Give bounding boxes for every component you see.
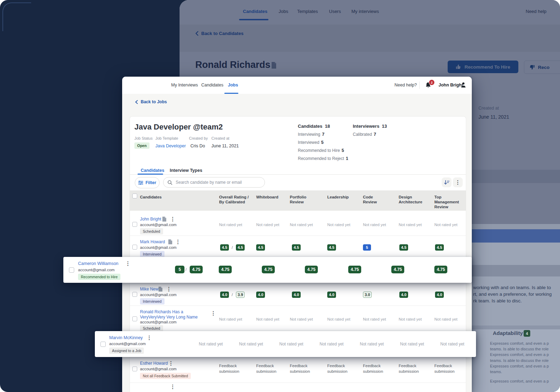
row-menu-kebab-icon[interactable]: ⋮ (175, 239, 181, 244)
user-name[interactable]: John Bright (439, 83, 463, 88)
user-avatar-icon[interactable] (461, 82, 466, 88)
side-panel-strip (472, 224, 560, 229)
tab-candidates[interactable]: Candidates (141, 168, 164, 173)
row-checkbox[interactable] (100, 342, 106, 347)
side-panel-adaptability-card: Adaptability 4 Expresses comfort, and ev… (472, 329, 560, 392)
col-portfolio-review: PortfolioReview (290, 195, 306, 204)
adaptability-more: Expresses comfort, and even a p (490, 378, 549, 384)
need-help-link[interactable]: Need help? (394, 83, 417, 88)
rating-cell: Not rated yet (290, 223, 313, 227)
table-header: Candidates Overall Rating /By Calibrated… (130, 190, 466, 211)
candidate-name-link[interactable]: John Bright (140, 217, 161, 222)
row-checkbox[interactable] (132, 222, 137, 227)
sort-button[interactable] (442, 177, 451, 187)
rating-badge-outline: 3.9 (236, 292, 245, 298)
navy-corner-outline (2, 2, 31, 31)
rating-badge: 4.75 (348, 266, 361, 273)
rating-slash: / (232, 293, 233, 297)
rating-badge-calibrated: 5 (363, 244, 371, 251)
tabs-border (130, 174, 466, 175)
table-row[interactable]: Esther Howard ⋮ account@gmail.com Not al… (130, 357, 466, 383)
search-input[interactable] (175, 180, 260, 185)
candidates-stats: Candidates 18 Interviewing7 Interviewed5… (298, 124, 348, 161)
side-panel-paragraph-section: working with and on teams. Is able to rt… (472, 276, 560, 326)
row-checkbox[interactable] (132, 366, 137, 371)
rating-cell: Not rated yet (327, 223, 350, 227)
rating-cell: Feedbacksubmission (399, 363, 419, 374)
dragged-row-marvin[interactable]: Marvin McKinney ⋮ account@gmail.com Assi… (95, 331, 476, 357)
bg-side-panel: working with and on teams. Is able to rt… (472, 224, 560, 392)
created-by-value: Cris Do (190, 144, 205, 148)
row-menu-kebab-icon[interactable]: ⋮ (168, 361, 174, 366)
status-badge: Recommended to Hire (78, 274, 120, 280)
candidate-email: account@gmail.com (140, 367, 176, 371)
search-box (163, 177, 265, 188)
header-divider (419, 82, 420, 89)
candidate-email: account@gmail.com (140, 293, 176, 297)
filter-button[interactable]: Filter (135, 177, 160, 188)
row-menu-kebab-icon[interactable]: ⋮ (125, 261, 131, 266)
document-icon[interactable] (159, 287, 162, 292)
row-checkbox[interactable] (132, 245, 137, 250)
row-menu-kebab-icon[interactable]: ⋮ (170, 217, 175, 222)
document-icon[interactable] (168, 239, 172, 244)
select-all-checkbox[interactable] (132, 194, 137, 198)
rating-cell: Not rated yet (290, 317, 313, 321)
row-menu-kebab-icon[interactable]: ⋮ (211, 311, 216, 316)
rating-cell: Not rated yet (199, 342, 223, 346)
table-row[interactable]: ⋮ (130, 383, 466, 392)
candidate-email: account@gmail.com (78, 268, 114, 272)
rating-badge: 4.75 (305, 266, 318, 273)
row-menu-kebab-icon[interactable]: ⋮ (170, 384, 175, 389)
rating-cell: Not rated yet (363, 223, 386, 227)
row-menu-kebab-icon[interactable]: ⋮ (147, 335, 152, 340)
col-code-review: CodeReview (363, 195, 377, 204)
row-checkbox[interactable] (69, 267, 74, 273)
rating-badge: 4.5 (256, 244, 265, 251)
col-design-architecture: DesignArchitecture (399, 195, 422, 204)
table-row[interactable]: Mark Howard ⋮ account@gmail.com Intervie… (130, 236, 466, 259)
row-menu-kebab-icon[interactable]: ⋮ (166, 287, 172, 292)
rating-badge: 4.0 (435, 292, 444, 298)
tab-interview-types[interactable]: Interview Types (170, 168, 202, 173)
job-template-link[interactable]: Java Developer (155, 144, 186, 148)
col-overall-rating: Overall Rating /By Calibrated (219, 195, 248, 204)
candidate-name-link[interactable]: Esther Howard (140, 361, 168, 366)
document-icon[interactable] (162, 217, 166, 222)
rating-cell: Feedbacksubmission (290, 363, 310, 374)
modal-nav-my-interviews[interactable]: My Interviews (171, 83, 198, 88)
rating-badge: 4.0 (292, 292, 301, 298)
rating-cell: Not rated yet (279, 342, 303, 346)
candidate-email: account@gmail.com (109, 342, 146, 346)
table-row[interactable]: Ronald Richards Has a VeryVeryVery Very … (130, 306, 466, 331)
table-row[interactable]: John Bright ⋮ account@gmail.com Schedule… (130, 213, 466, 236)
filter-label: Filter (146, 180, 156, 185)
rating-cell: Not rated yet (400, 342, 424, 346)
rating-badge: 4.75 (262, 266, 275, 273)
search-icon (168, 180, 172, 185)
table-options-button[interactable]: ⋮ (453, 177, 463, 187)
candidate-name-link[interactable]: Mark Howard (140, 239, 165, 244)
candidate-name-link[interactable]: Marvin McKinney (109, 335, 143, 340)
candidate-name-link[interactable]: Mike New (140, 287, 159, 292)
rating-badge: 4.75 (219, 266, 232, 273)
rating-badge: 5 (175, 266, 184, 273)
candidate-name-link[interactable]: Ronald Richards Has a VeryVeryVery Very … (140, 309, 209, 320)
rating-badge: 4.75 (434, 266, 447, 273)
back-to-jobs-link[interactable]: Back to Jobs (135, 99, 167, 104)
status-badge: Interviewed (140, 251, 164, 257)
table-row[interactable]: Mike New ⋮ account@gmail.com Interviewed… (130, 283, 466, 306)
adaptability-score-badge: 4 (524, 330, 530, 337)
modal-nav-candidates[interactable]: Candidates (201, 83, 223, 88)
row-checkbox[interactable] (132, 316, 137, 321)
rating-badge: 4.75 (391, 266, 404, 273)
candidate-name-link[interactable]: Cameron Williamson (78, 261, 118, 266)
job-title: Java Developer @team2 (134, 122, 223, 132)
modal-nav-jobs[interactable]: Jobs (228, 83, 238, 88)
rating-cell: Not rated yet (440, 342, 464, 346)
row-checkbox[interactable] (132, 292, 137, 297)
rating-cell: Feedbacksubmission (327, 363, 348, 374)
rating-cell: Not rated yet (219, 317, 242, 321)
interviewers-stats: Interviewers 13 Calibrated7 (353, 124, 387, 137)
dragged-row-cameron[interactable]: Cameron Williamson ⋮ account@gmail.com R… (63, 257, 472, 283)
